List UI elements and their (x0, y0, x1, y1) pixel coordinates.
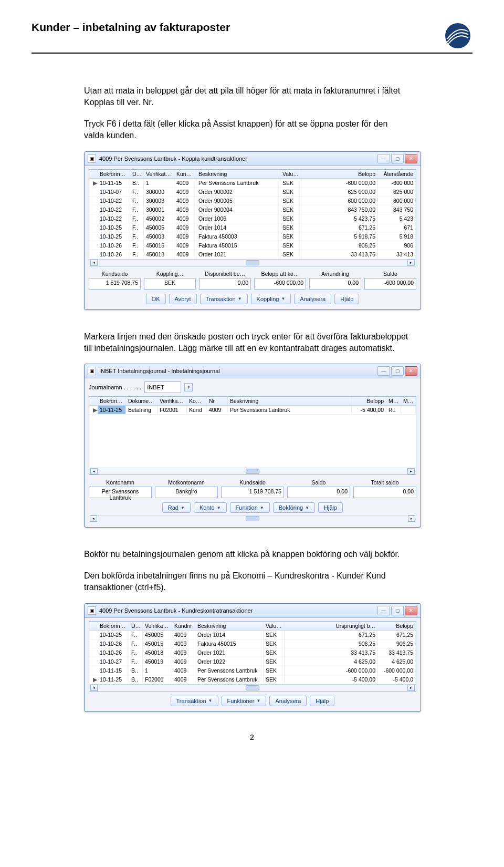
column-header[interactable]: Verifikatio… (158, 397, 187, 405)
column-header[interactable]: Återstående (378, 170, 416, 178)
konto-button[interactable]: Konto▼ (194, 502, 227, 513)
close-button[interactable]: ✕ (405, 366, 417, 376)
window-titlebar[interactable]: ▣ 4009 Per Svenssons Lantbruk - Kundresk… (85, 604, 421, 618)
summary-field: Kundsaldo1 519 708,75 (221, 479, 284, 498)
koppling-button[interactable]: Koppling▼ (251, 294, 291, 304)
journal-grid[interactable]: Bokföring…Dokume…Verifikatio…Kon…NrBeskr… (89, 396, 416, 475)
scroll-thumb[interactable] (246, 260, 259, 265)
table-row[interactable]: 10-10-26F..4500154009Faktura 450015SEK90… (89, 241, 416, 250)
horizontal-scrollbar[interactable]: ◂ ▸ (89, 259, 416, 266)
analysera-button[interactable]: Analysera (269, 696, 307, 706)
table-row[interactable]: 10-11-15B..14009Per Svenssons LantbrukSE… (89, 666, 416, 675)
scroll-right-icon[interactable]: ▸ (407, 260, 415, 266)
minimize-button[interactable]: — (377, 366, 390, 376)
ledger-grid[interactable]: Bokföring…D…Verifikatio…KundnrBeskrivnin… (89, 621, 416, 691)
maximize-button[interactable]: ▢ (391, 154, 404, 163)
hjälp-button[interactable]: Hjälp (318, 502, 343, 513)
minimize-button[interactable]: — (377, 606, 390, 615)
cell: 4009 (172, 648, 195, 657)
scroll-right-icon[interactable]: ▸ (408, 515, 415, 522)
scroll-right-icon[interactable]: ▸ (407, 685, 415, 691)
window-titlebar[interactable]: ▣ 4009 Per Svenssons Lantbruk - Koppla k… (85, 152, 421, 166)
column-header[interactable]: Motl (401, 397, 416, 405)
lookup-icon[interactable]: ↟ (184, 383, 193, 391)
bokföring-button[interactable]: Bokföring▼ (273, 502, 315, 513)
table-row[interactable]: 10-10-22F..4500024009Order 1006SEK5 423,… (89, 214, 416, 223)
column-header[interactable]: Nr (207, 397, 228, 405)
cell: SEK (264, 675, 285, 684)
horizontal-scrollbar[interactable]: ◂ ▸ (89, 468, 416, 474)
column-header[interactable]: Ursprungligt b… (285, 622, 378, 630)
cell: 4009 (172, 675, 195, 684)
cell: 450003 (144, 232, 174, 241)
table-row[interactable]: 10-10-22F..3000014009Order 900004SEK843 … (89, 205, 416, 214)
column-header[interactable]: Bokföring… (98, 397, 126, 405)
column-header[interactable]: Belopp (378, 622, 416, 630)
table-row[interactable]: 10-10-22F..3000034009Order 900005SEK600 … (89, 197, 416, 205)
column-header[interactable]: Verifikatio… (143, 622, 172, 630)
scroll-thumb[interactable] (246, 685, 259, 690)
funktioner-button[interactable]: Funktioner▼ (222, 696, 267, 706)
column-header[interactable]: Belopp (352, 397, 386, 405)
column-header[interactable]: Beskrivning (196, 170, 280, 178)
horizontal-scrollbar[interactable]: ◂ ▸ (89, 684, 416, 691)
table-row[interactable]: ▶10-11-25BetalningF02001Kund4009Per Sven… (89, 406, 416, 415)
column-header[interactable]: Valut… (280, 170, 301, 178)
journalnamn-input[interactable]: INBET (144, 381, 181, 393)
column-header[interactable]: D… (130, 170, 144, 178)
button-label: Funktioner (227, 698, 255, 704)
column-header[interactable]: D… (129, 622, 143, 630)
maximize-button[interactable]: ▢ (391, 606, 404, 615)
scroll-left-icon[interactable]: ◂ (90, 685, 98, 691)
ok-button[interactable]: OK (146, 294, 166, 304)
hjälp-button[interactable]: Hjälp (310, 696, 334, 706)
transaktion-button[interactable]: Transaktion▼ (200, 294, 248, 304)
table-row[interactable]: 10-10-27F..4500194009Order 1022SEK4 625,… (89, 657, 416, 666)
column-header[interactable]: Kon… (187, 397, 207, 405)
summary-label: Totalt saldo (353, 479, 416, 486)
transactions-grid[interactable]: Bokföring…D…Verifikatio…KundnrBeskrivnin… (89, 169, 416, 266)
scroll-left-icon[interactable]: ◂ (90, 515, 97, 522)
rad-button[interactable]: Rad▼ (162, 502, 191, 513)
table-row[interactable]: 10-10-26F..4500184009Order 1021SEK33 413… (89, 250, 416, 259)
column-header[interactable]: Beskrivning (195, 622, 264, 630)
scroll-right-icon[interactable]: ▸ (407, 468, 415, 474)
table-row[interactable]: 10-10-25F..4500034009Faktura 450003SEK5 … (89, 232, 416, 241)
table-row[interactable]: 10-10-07F..3000004009Order 900002SEK625 … (89, 188, 416, 197)
table-row[interactable]: 10-10-25F..4500054009Order 1014SEK671,25… (89, 223, 416, 232)
table-row[interactable]: ▶10-11-25B..F020014009Per Svenssons Lant… (89, 675, 416, 684)
minimize-button[interactable]: — (377, 154, 390, 163)
analysera-button[interactable]: Analysera (294, 294, 331, 304)
column-header[interactable]: Verifikatio… (144, 170, 174, 178)
column-header[interactable]: Bokföring… (98, 170, 130, 178)
column-header[interactable]: M… (386, 397, 401, 405)
column-header[interactable]: Valut… (264, 622, 285, 630)
table-row[interactable]: 10-10-26F..4500154009Faktura 450015SEK90… (89, 639, 416, 648)
column-header[interactable]: Belopp (301, 170, 378, 178)
scroll-left-icon[interactable]: ◂ (90, 468, 98, 474)
window-titlebar[interactable]: ▣ INBET Inbetalningsjournal - Inbetalnin… (85, 364, 421, 378)
cell: Per Svenssons Lantbruk (196, 179, 280, 187)
column-header[interactable]: Kundnr (174, 170, 196, 178)
summary-row: Kundsaldo1 519 708,75Koppling…SEKDisponi… (89, 271, 416, 290)
hjälp-button[interactable]: Hjälp (334, 294, 359, 304)
column-header[interactable]: Dokume… (126, 397, 158, 405)
funktion-button[interactable]: Funktion▼ (230, 502, 270, 513)
cell: 625 000,00 (301, 188, 378, 196)
transaktion-button[interactable]: Transaktion▼ (171, 696, 218, 706)
close-button[interactable]: ✕ (405, 154, 417, 163)
column-header[interactable]: Beskrivning (228, 397, 352, 405)
column-header[interactable]: Bokföring… (98, 622, 129, 630)
scroll-left-icon[interactable]: ◂ (90, 260, 98, 266)
button-label: OK (152, 296, 160, 302)
scroll-thumb[interactable] (246, 516, 259, 521)
maximize-button[interactable]: ▢ (391, 366, 404, 376)
table-row[interactable]: ▶10-11-15B..14009Per Svenssons LantbrukS… (89, 179, 416, 188)
column-header[interactable]: Kundnr (172, 622, 195, 630)
outer-scrollbar[interactable]: ◂ ▸ (89, 515, 416, 522)
table-row[interactable]: 10-10-26F..4500184009Order 1021SEK33 413… (89, 648, 416, 657)
close-button[interactable]: ✕ (405, 606, 417, 615)
scroll-thumb[interactable] (246, 469, 259, 474)
avbryt-button[interactable]: Avbryt (169, 294, 197, 304)
table-row[interactable]: 10-10-25F..4500054009Order 1014SEK671,25… (89, 631, 416, 639)
